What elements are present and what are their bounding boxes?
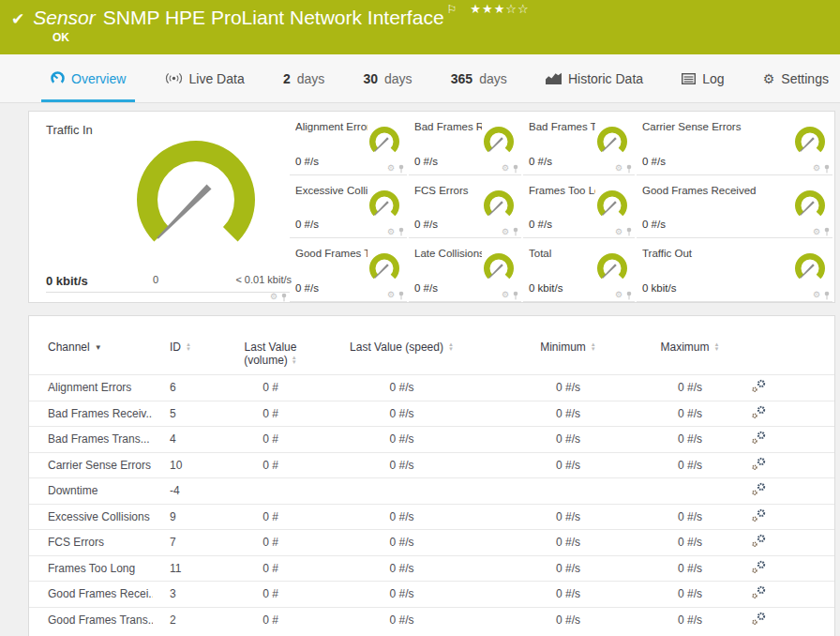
small-gauge-title: FCS Errors [414,185,482,196]
sensor-title: SNMP HPE ProLiant Network Interface [103,7,444,29]
channel-gear-icon[interactable]: ⚙ [813,228,820,236]
edit-channel-gears-icon[interactable] [742,482,834,499]
edit-channel-gears-icon[interactable] [742,585,834,602]
priority-stars[interactable]: ★★★☆☆ [470,2,529,16]
channel-gear-icon[interactable]: ⚙ [502,291,509,299]
cell-last-value-speed: 0 #/s [306,459,498,472]
edit-channel-gears-icon[interactable] [742,457,834,474]
cell-channel: Frames Too Long [29,562,153,575]
tab-log[interactable]: Log [676,54,729,102]
cell-id: 4 [153,432,235,446]
channel-gauge [364,188,405,225]
gauge-cell-actions: ⚙ [813,227,831,236]
pin-icon[interactable] [625,291,633,300]
channel-gear-icon[interactable]: ⚙ [615,164,622,173]
tab-settings[interactable]: ⚙ Settings [758,54,834,102]
gauge-icon [51,71,65,85]
tab-live-data[interactable]: Live Data [159,54,250,102]
pin-icon[interactable] [512,291,519,300]
primary-gauge-value: 0 kbit/s [46,274,88,288]
channel-gear-icon[interactable]: ⚙ [502,228,509,236]
small-gauge-cell: Total 0 kbit/s ⚙ [523,238,637,302]
divider [46,292,290,293]
column-header-minimum[interactable]: Minimum ▲▼ [498,341,638,354]
pin-icon[interactable] [625,164,633,174]
column-header-maximum[interactable]: Maximum ▲▼ [638,341,742,354]
channel-gear-icon[interactable]: ⚙ [615,291,622,299]
cell-maximum: 0 #/s [638,432,742,446]
gauge-cell-actions: ⚙ [502,227,519,236]
edit-channel-gears-icon[interactable] [742,560,834,577]
table-row: Good Frames Recei... 3 0 # 0 #/s 0 #/s 0… [29,581,834,607]
cell-last-value-speed: 0 #/s [306,562,498,575]
channel-gear-icon[interactable]: ⚙ [813,291,820,299]
cell-id: 6 [153,381,235,394]
cell-last-value-speed: 0 #/s [306,536,498,549]
pin-icon[interactable] [398,164,405,174]
pin-icon[interactable] [823,164,831,174]
flag-icon: ⚐ [447,3,458,16]
gauge-cell-actions: ⚙ [615,164,633,174]
gauge-cell-actions: ⚙ [387,291,405,300]
edit-channel-gears-icon[interactable] [742,379,834,396]
edit-channel-gears-icon[interactable] [742,431,834,447]
pin-icon[interactable] [398,291,405,300]
column-header-last-value-volume[interactable]: Last Value (volume) ▲▼ [235,341,306,367]
channel-gear-icon[interactable]: ⚙ [813,164,820,173]
status-ok-check-icon: ✔ [11,9,24,29]
tab-30-days[interactable]: 30 days [357,54,417,102]
pin-icon[interactable] [823,227,831,236]
cell-last-value-volume: 0 # [235,536,306,549]
channel-gauge [364,124,405,161]
channel-gauge [789,124,831,161]
small-gauge-cell: Alignment Errors 0 #/s ⚙ [290,112,409,175]
pin-icon[interactable] [512,164,519,174]
cell-minimum: 0 #/s [498,587,638,600]
cell-last-value-volume: 0 # [235,459,306,472]
area-chart-icon [546,72,562,84]
small-gauge-value: 0 #/s [295,219,319,230]
tab-overview[interactable]: Overview [45,54,131,102]
channel-gauge [789,188,831,225]
pin-icon[interactable] [512,227,519,236]
channel-gear-icon[interactable]: ⚙ [270,293,278,301]
tab-2-days[interactable]: 2 days [278,54,330,102]
gauge-cell-actions: ⚙ [615,291,633,300]
tab-historic-data[interactable]: Historic Data [540,54,649,102]
edit-channel-gears-icon[interactable] [742,508,834,525]
edit-channel-gears-icon[interactable] [742,612,834,628]
channel-gear-icon[interactable]: ⚙ [615,228,622,236]
pin-icon[interactable] [280,293,288,302]
table-row: Frames Too Long 11 0 # 0 #/s 0 #/s 0 #/s [29,555,834,582]
gauges-panel: Traffic In 0 kbit/s 0 < 0.01 kbit/s ⚙ Al… [28,111,835,303]
edit-channel-gears-icon[interactable] [742,405,834,422]
small-gauge-title: Traffic Out [642,248,793,259]
cell-channel: Excessive Collisions [29,510,153,523]
column-header-channel[interactable]: Channel ▼ [29,341,153,354]
channel-gear-icon[interactable]: ⚙ [502,164,509,173]
channel-gear-icon[interactable]: ⚙ [387,164,395,173]
edit-channel-gears-icon[interactable] [742,534,834,551]
cell-minimum: 0 #/s [498,459,638,472]
channel-gear-icon[interactable]: ⚙ [387,228,395,236]
primary-gauge-title: Traffic In [46,123,93,137]
table-row: Excessive Collisions 9 0 # 0 #/s 0 #/s 0… [29,504,834,530]
column-header-id[interactable]: ID ▲▼ [153,341,235,354]
cell-minimum: 0 #/s [498,407,638,420]
gauge-cell-actions: ⚙ [615,227,633,236]
small-gauge-title: Alignment Errors [295,121,368,132]
cell-last-value-volume: 0 # [235,510,306,523]
tab-365-days[interactable]: 365 days [445,54,513,102]
small-gauge-title: Good Frames Transmit... [295,248,368,259]
cell-id: 9 [153,510,235,523]
pin-icon[interactable] [398,227,405,236]
sort-icon: ▲▼ [292,356,297,365]
gauge-cell-actions: ⚙ [270,293,288,302]
channel-gauge [789,250,831,288]
cell-minimum: 0 #/s [498,510,638,523]
channel-gear-icon[interactable]: ⚙ [387,291,395,299]
pin-icon[interactable] [625,227,633,236]
table-body: Alignment Errors 6 0 # 0 #/s 0 #/s 0 #/s… [29,374,834,632]
column-header-last-value-speed[interactable]: Last Value (speed) ▲▼ [306,341,498,354]
pin-icon[interactable] [823,291,831,300]
